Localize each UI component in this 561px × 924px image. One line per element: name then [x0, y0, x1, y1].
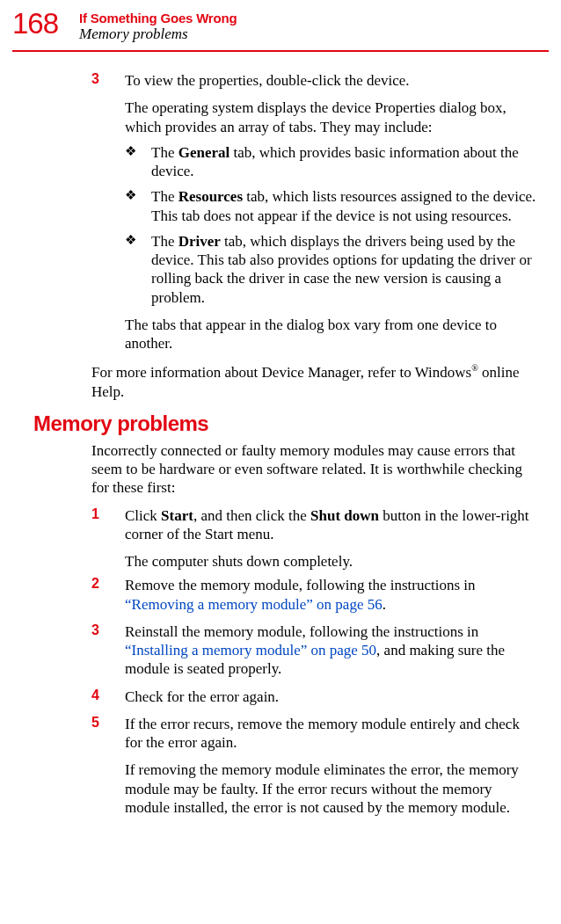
text: Click [125, 507, 161, 524]
paragraph: The tabs that appear in the dialog box v… [125, 316, 536, 353]
mem-step-3: 3 Reinstall the memory module, following… [33, 622, 536, 679]
mem-step-2: 2 Remove the memory module, following th… [33, 576, 536, 614]
step-number: 5 [91, 715, 125, 753]
mem-step-4: 4 Check for the error again. [33, 688, 536, 706]
page-header: 168 If Something Goes Wrong Memory probl… [0, 0, 561, 47]
paragraph: If removing the memory module eliminates… [125, 760, 536, 817]
mem-step-1: 1 Click Start, and then click the Shut d… [33, 506, 536, 544]
bullet-text: The General tab, which provides basic in… [151, 143, 536, 181]
bullet-item: ❖ The Driver tab, which displays the dri… [125, 232, 536, 307]
cross-reference-link[interactable]: “Installing a memory module” on page 50 [125, 642, 376, 658]
bold-text: Driver [178, 233, 221, 250]
bullet-item: ❖ The General tab, which provides basic … [125, 143, 536, 181]
section-heading-memory-problems: Memory problems [33, 411, 536, 436]
paragraph: The operating system displays the device… [125, 98, 536, 136]
bold-text: General [178, 144, 230, 161]
page-number: 168 [0, 9, 79, 38]
step-number: 1 [91, 506, 125, 544]
step-text: Click Start, and then click the Shut dow… [125, 506, 536, 544]
text: The [151, 233, 178, 250]
diamond-bullet-icon: ❖ [125, 232, 151, 307]
text: For more information about Device Manage… [91, 364, 471, 381]
bullet-text: The Driver tab, which displays the drive… [151, 232, 536, 307]
step-text: Check for the error again. [125, 688, 536, 706]
paragraph: Incorrectly connected or faulty memory m… [91, 441, 536, 498]
text: The [151, 188, 178, 205]
bullet-item: ❖ The Resources tab, which lists resourc… [125, 187, 536, 225]
diamond-bullet-icon: ❖ [125, 187, 151, 225]
content-area: 3 To view the properties, double-click t… [0, 52, 561, 817]
text: Remove the memory module, following the … [125, 577, 476, 593]
text: The [151, 144, 178, 161]
bold-text: Resources [178, 188, 243, 205]
bullet-text: The Resources tab, which lists resources… [151, 187, 536, 225]
text: . [382, 596, 386, 613]
mem-step-5: 5 If the error recurs, remove the memory… [33, 715, 536, 753]
step-text: Remove the memory module, following the … [125, 576, 536, 614]
header-titles: If Something Goes Wrong Memory problems [79, 9, 237, 43]
text: , and then click the [193, 507, 310, 524]
paragraph: For more information about Device Manage… [91, 363, 536, 401]
step-text: Reinstall the memory module, following t… [125, 622, 536, 679]
step-number: 4 [91, 688, 125, 706]
step-number: 3 [91, 622, 125, 679]
step-text: If the error recurs, remove the memory m… [125, 715, 536, 753]
bold-text: Start [161, 507, 193, 524]
diamond-bullet-icon: ❖ [125, 143, 151, 181]
cross-reference-link[interactable]: “Removing a memory module” on page 56 [125, 596, 382, 613]
registered-mark: ® [471, 364, 478, 374]
page: 168 If Something Goes Wrong Memory probl… [0, 0, 561, 924]
text: Reinstall the memory module, following t… [125, 623, 478, 640]
header-section-title: Memory problems [79, 25, 237, 43]
step-number: 3 [91, 71, 125, 90]
bold-text: Shut down [310, 507, 379, 524]
paragraph: The computer shuts down completely. [125, 552, 536, 571]
chapter-title: If Something Goes Wrong [79, 11, 237, 25]
step-text: To view the properties, double-click the… [125, 71, 536, 90]
step-number: 2 [91, 576, 125, 614]
step-3: 3 To view the properties, double-click t… [33, 71, 536, 90]
